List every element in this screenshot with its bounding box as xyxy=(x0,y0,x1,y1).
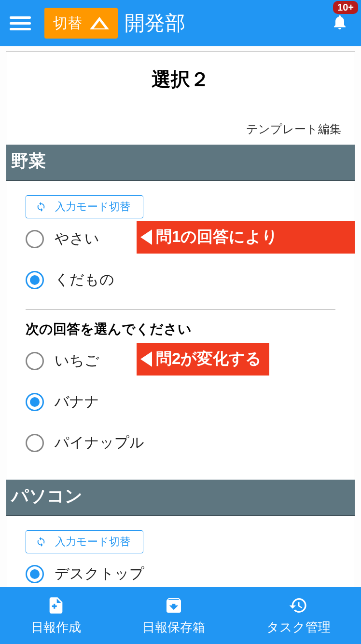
section-body-vegetables: 入力モード切替 やさい 問1の回答により くだもの 次の回答を選んでください い… xyxy=(6,181,355,463)
header-title: 開発部 xyxy=(125,10,185,37)
input-mode-switch-button[interactable]: 入力モード切替 xyxy=(26,195,143,218)
radio-option-ichigo[interactable]: いちご 問2が変化する xyxy=(26,340,335,381)
main-content: 選択２ テンプレート編集 野菜 入力モード切替 やさい 問1の回答により くだも… xyxy=(0,46,361,587)
history-icon xyxy=(289,596,308,615)
radio-icon xyxy=(26,434,44,452)
bell-icon xyxy=(331,13,348,33)
callout-text: 問1の回答により xyxy=(156,226,278,248)
radio-label: くだもの xyxy=(55,270,114,290)
callout-annotation-2: 問2が変化する xyxy=(137,343,269,376)
radio-icon xyxy=(26,230,44,248)
radio-option-desktop[interactable]: デスクトップ xyxy=(26,553,335,587)
form-card: 選択２ テンプレート編集 野菜 入力モード切替 やさい 問1の回答により くだも… xyxy=(6,51,355,587)
radio-icon xyxy=(26,271,44,289)
triangle-left-icon xyxy=(140,229,152,245)
radio-option-kudamono[interactable]: くだもの xyxy=(26,259,335,300)
app-header: 切替 開発部 10+ xyxy=(0,0,361,46)
sync-icon xyxy=(36,537,46,547)
input-mode-switch-button[interactable]: 入力モード切替 xyxy=(26,530,143,553)
page-title: 選択２ xyxy=(6,52,355,97)
radio-label: いちご xyxy=(55,351,99,371)
radio-option-banana[interactable]: バナナ xyxy=(26,381,335,422)
nav-item-create-report[interactable]: 日報作成 xyxy=(31,596,81,636)
nav-label: 日報作成 xyxy=(31,619,81,636)
switch-button[interactable]: 切替 xyxy=(44,8,118,39)
radio-label: パイナップル xyxy=(55,433,144,453)
document-plus-icon xyxy=(46,596,66,615)
section-heading-pc: パソコン xyxy=(6,480,355,516)
template-edit-link[interactable]: テンプレート編集 xyxy=(6,97,355,145)
menu-icon[interactable] xyxy=(10,13,31,34)
triangle-left-icon xyxy=(140,351,152,367)
nav-label: タスク管理 xyxy=(266,619,331,636)
sub-prompt: 次の回答を選んでください xyxy=(26,313,335,340)
nav-item-tasks[interactable]: タスク管理 xyxy=(266,596,331,636)
bottom-nav: 日報作成 日報保存箱 タスク管理 xyxy=(0,587,361,644)
nav-label: 日報保存箱 xyxy=(142,619,205,636)
callout-text: 問2が変化する xyxy=(156,348,262,370)
notifications-badge: 10+ xyxy=(333,1,358,14)
radio-option-pineapple[interactable]: パイナップル xyxy=(26,422,335,463)
notifications-button[interactable]: 10+ xyxy=(328,12,351,35)
radio-label: バナナ xyxy=(55,392,99,412)
radio-label: デスクトップ xyxy=(55,564,144,584)
callout-annotation-1: 問1の回答により xyxy=(137,221,355,254)
radio-icon xyxy=(26,393,44,411)
radio-label: やさい xyxy=(55,229,99,249)
triangle-up-icon xyxy=(90,17,109,29)
switch-button-label: 切替 xyxy=(53,13,82,33)
divider xyxy=(26,309,335,309)
archive-icon xyxy=(164,596,183,615)
radio-option-yasai[interactable]: やさい 問1の回答により xyxy=(26,218,335,259)
section-body-pc: 入力モード切替 デスクトップ xyxy=(6,516,355,587)
section-heading-vegetables: 野菜 xyxy=(6,145,355,181)
sync-icon xyxy=(36,201,46,212)
input-mode-switch-label: 入力モード切替 xyxy=(55,535,130,549)
nav-item-inbox[interactable]: 日報保存箱 xyxy=(142,596,205,636)
radio-icon xyxy=(26,565,44,583)
input-mode-switch-label: 入力モード切替 xyxy=(55,200,130,214)
radio-icon xyxy=(26,352,44,370)
